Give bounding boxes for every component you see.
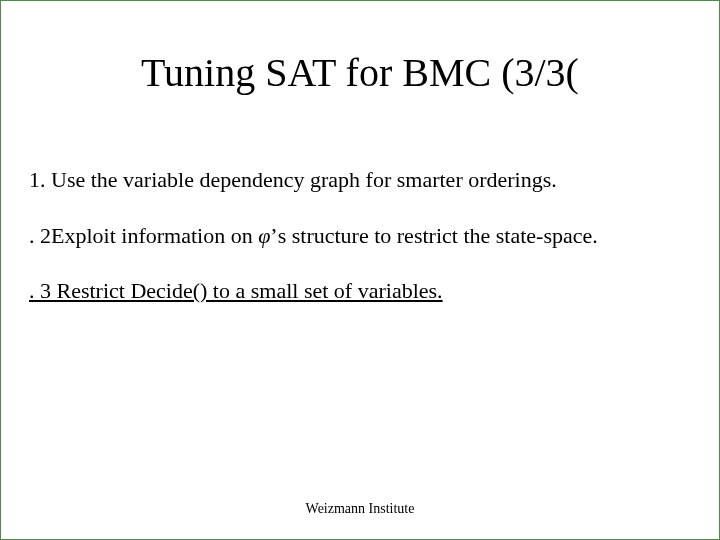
bullet-2-prefix: . 2Exploit information on (29, 223, 258, 248)
slide-title: Tuning SAT for BMC (3/3( (1, 49, 719, 96)
footer: Weizmann Institute (1, 501, 719, 517)
bullet-3-wrapper: . 3 Restrict Decide() to a small set of … (29, 277, 699, 305)
bullet-2: . 2Exploit information on φ’s structure … (29, 222, 699, 250)
bullet-2-suffix: ’s structure to restrict the state-space… (270, 223, 597, 248)
bullet-1: 1. Use the variable dependency graph for… (29, 166, 699, 194)
slide-body: 1. Use the variable dependency graph for… (1, 166, 719, 305)
phi-symbol: φ (258, 223, 270, 248)
slide: Tuning SAT for BMC (3/3( 1. Use the vari… (0, 0, 720, 540)
bullet-3: . 3 Restrict Decide() to a small set of … (29, 277, 443, 305)
